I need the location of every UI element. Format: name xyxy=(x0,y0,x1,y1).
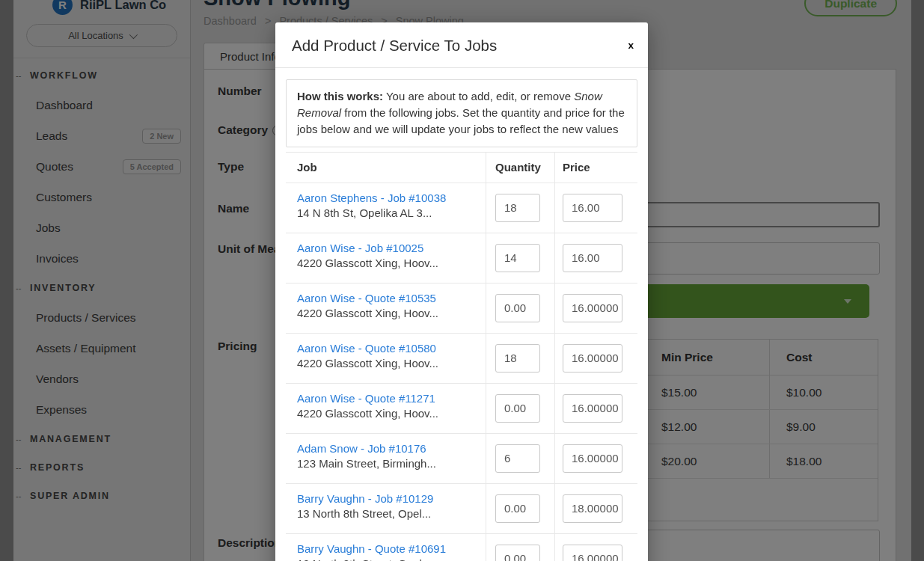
job-cell: Adam Snow - Job #10176123 Main Street, B… xyxy=(286,434,486,483)
job-address: 4220 Glasscott Xing, Hoov... xyxy=(297,357,486,370)
job-cell: Aaron Wise - Quote #105804220 Glasscott … xyxy=(286,334,486,383)
job-link[interactable]: Aaron Wise - Job #10025 xyxy=(297,242,486,254)
job-address: 4220 Glasscott Xing, Hoov... xyxy=(297,257,486,269)
job-link[interactable]: Barry Vaughn - Job #10129 xyxy=(297,492,486,505)
job-address: 13 North 8th Street, Opel... xyxy=(297,557,486,561)
job-address: 4220 Glasscott Xing, Hoov... xyxy=(297,407,486,420)
modal-title: Add Product / Service To Jobs xyxy=(292,37,631,55)
price-input[interactable] xyxy=(563,494,622,523)
add-product-service-modal: Add Product / Service To Jobs x How this… xyxy=(275,22,648,561)
price-input[interactable] xyxy=(563,194,622,222)
quantity-input[interactable] xyxy=(495,444,540,473)
job-link[interactable]: Aaron Wise - Quote #11271 xyxy=(297,392,486,405)
job-row: Barry Vaughn - Quote #1069113 North 8th … xyxy=(286,534,637,561)
modal-body: How this works: You are about to add, ed… xyxy=(275,68,648,561)
quantity-cell xyxy=(486,183,555,233)
quantity-input[interactable] xyxy=(495,194,540,222)
job-link[interactable]: Barry Vaughn - Quote #10691 xyxy=(297,542,486,555)
close-icon[interactable]: x xyxy=(628,40,634,51)
job-link[interactable]: Aaron Stephens - Job #10038 xyxy=(297,191,486,204)
quantity-cell xyxy=(486,283,555,333)
quantity-input[interactable] xyxy=(495,545,540,561)
price-input[interactable] xyxy=(563,444,622,473)
job-row: Aaron Wise - Job #100254220 Glasscott Xi… xyxy=(286,233,637,283)
price-input[interactable] xyxy=(563,344,622,373)
jobs-table-header-quantity: Quantity xyxy=(486,153,555,183)
jobs-table-header-price: Price xyxy=(555,153,637,183)
jobs-table: Job Quantity Price Aaron Stephens - Job … xyxy=(286,152,637,561)
quantity-cell xyxy=(486,233,555,283)
price-input[interactable] xyxy=(563,394,622,423)
quantity-input[interactable] xyxy=(495,244,540,272)
quantity-input[interactable] xyxy=(495,294,540,322)
price-cell xyxy=(555,283,637,333)
how-this-works-text-1: You are about to add, edit, or remove xyxy=(383,90,574,102)
modal-header: Add Product / Service To Jobs x xyxy=(275,22,648,68)
price-cell xyxy=(555,384,637,433)
job-row: Barry Vaughn - Job #1012913 North 8th St… xyxy=(286,484,637,534)
price-cell xyxy=(555,334,637,383)
price-cell xyxy=(555,233,637,283)
price-input[interactable] xyxy=(563,545,622,561)
quantity-cell xyxy=(486,334,555,383)
job-link[interactable]: Aaron Wise - Quote #10580 xyxy=(297,342,486,355)
job-cell: Barry Vaughn - Quote #1069113 North 8th … xyxy=(286,534,486,561)
job-row: Aaron Wise - Quote #112714220 Glasscott … xyxy=(286,384,637,434)
job-address: 14 N 8th St, Opelika AL 3... xyxy=(297,206,486,219)
how-this-works-text-2: from the following jobs. Set the quantit… xyxy=(297,106,625,135)
job-link[interactable]: Adam Snow - Job #10176 xyxy=(297,442,486,455)
job-row: Aaron Wise - Quote #105354220 Glasscott … xyxy=(286,283,637,334)
price-input[interactable] xyxy=(563,244,622,272)
quantity-cell xyxy=(486,434,555,483)
price-cell xyxy=(555,484,637,533)
quantity-input[interactable] xyxy=(495,344,540,373)
job-row: Aaron Wise - Quote #105804220 Glasscott … xyxy=(286,334,637,384)
how-this-works-note: How this works: You are about to add, ed… xyxy=(286,79,637,147)
job-row: Adam Snow - Job #10176123 Main Street, B… xyxy=(286,434,637,484)
how-this-works-bold: How this works: xyxy=(297,90,383,102)
quantity-input[interactable] xyxy=(495,494,540,523)
quantity-cell xyxy=(486,384,555,433)
job-cell: Aaron Wise - Quote #112714220 Glasscott … xyxy=(286,384,486,433)
jobs-table-body: Aaron Stephens - Job #1003814 N 8th St, … xyxy=(286,183,637,561)
quantity-input[interactable] xyxy=(495,394,540,423)
price-cell xyxy=(555,434,637,483)
job-address: 13 North 8th Street, Opel... xyxy=(297,507,486,520)
job-address: 4220 Glasscott Xing, Hoov... xyxy=(297,307,486,319)
jobs-table-header-job: Job xyxy=(286,153,486,183)
job-cell: Aaron Wise - Quote #105354220 Glasscott … xyxy=(286,283,486,333)
price-input[interactable] xyxy=(563,294,622,322)
job-link[interactable]: Aaron Wise - Quote #10535 xyxy=(297,292,486,304)
job-cell: Barry Vaughn - Job #1012913 North 8th St… xyxy=(286,484,486,533)
price-cell xyxy=(555,534,637,561)
job-cell: Aaron Wise - Job #100254220 Glasscott Xi… xyxy=(286,233,486,283)
jobs-table-header: Job Quantity Price xyxy=(286,152,637,183)
job-address: 123 Main Street, Birmingh... xyxy=(297,457,486,470)
quantity-cell xyxy=(486,534,555,561)
job-cell: Aaron Stephens - Job #1003814 N 8th St, … xyxy=(286,183,486,233)
quantity-cell xyxy=(486,484,555,533)
job-row: Aaron Stephens - Job #1003814 N 8th St, … xyxy=(286,183,637,233)
price-cell xyxy=(555,183,637,233)
